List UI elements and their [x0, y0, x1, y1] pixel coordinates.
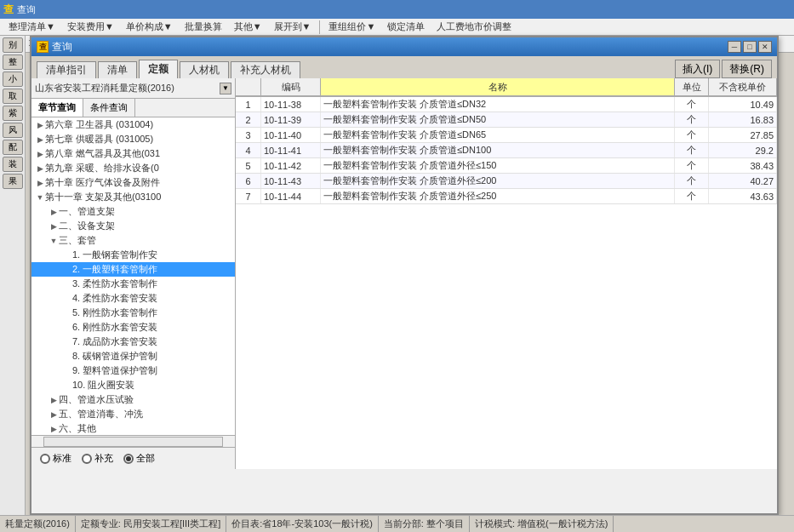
search-tab-chapter[interactable]: 章节查询 — [31, 99, 83, 117]
table-row[interactable]: 5 10-11-42 一般塑料套管制作安装 介质管道外径≤150 个 38.43 — [236, 158, 777, 174]
table-row[interactable]: 2 10-11-39 一般塑料套管制作安装 介质管道≤DN50 个 16.83 — [236, 112, 777, 128]
menu-danjiagoucheng[interactable]: 单价构成▼ — [121, 20, 178, 34]
tree-toggle[interactable] — [62, 337, 72, 347]
tab-qingdan[interactable]: 清单 — [98, 61, 137, 78]
table-row[interactable]: 1 10-11-38 一般塑料套管制作安装 介质管道≤DN32 个 10.49 — [236, 97, 777, 112]
td-code: 10-11-42 — [261, 158, 321, 173]
table-row[interactable]: 6 10-11-43 一般塑料套管制作安装 介质管道外径≤200 个 40.27 — [236, 174, 777, 189]
tree-toggle[interactable]: ▶ — [49, 424, 59, 434]
tree-item[interactable]: 7. 成品防水套管安装 — [31, 335, 235, 349]
tab-buchong-rencaiji[interactable]: 补充人材机 — [231, 61, 300, 78]
tree-item[interactable]: ▶ 第九章 采暖、给排水设备(0 — [31, 161, 235, 175]
tree-item[interactable]: 4. 柔性防水套管安装 — [31, 291, 235, 306]
menu-zhankaodao[interactable]: 展开到▼ — [269, 20, 317, 34]
tree-toggle[interactable]: ▶ — [35, 120, 45, 130]
tree-item[interactable]: 10. 阻火圈安装 — [31, 378, 235, 392]
tree-toggle[interactable]: ▶ — [35, 178, 45, 188]
tree-hscroll[interactable] — [31, 435, 235, 447]
search-tab-condition[interactable]: 条件查询 — [83, 99, 135, 117]
radio-standard[interactable]: 标准 — [40, 452, 71, 465]
tree-item[interactable]: ▶ 第八章 燃气器具及其他(031 — [31, 146, 235, 161]
radio-standard-label: 标准 — [53, 452, 71, 465]
tree-item[interactable]: 6. 刚性防水套管安装 — [31, 320, 235, 335]
tab-qingdanzhinyin[interactable]: 清单指引 — [37, 61, 96, 78]
tree-item-label: 2. 一般塑料套管制作 — [72, 263, 157, 276]
sidebar-label-pei: 配 — [3, 140, 23, 155]
tree-item[interactable]: ▶ 一、管道支架 — [31, 204, 235, 219]
tree-toggle[interactable]: ▶ — [49, 221, 59, 232]
dialog-controls: ─ □ ✕ — [728, 41, 772, 53]
tree-item[interactable]: ▼ 第十一章 支架及其他(03100 — [31, 190, 235, 204]
tab-ding-e[interactable]: 定额 — [139, 60, 178, 78]
dialog-close-button[interactable]: ✕ — [758, 41, 772, 53]
sidebar-label-feng: 风 — [3, 123, 23, 138]
tree-item[interactable]: 8. 碳钢管道保护管制 — [31, 349, 235, 363]
radio-quanbu-circle — [123, 454, 134, 464]
tree-item[interactable]: 1. 一般钢套管制作安 — [31, 248, 235, 262]
td-num: 6 — [236, 174, 261, 188]
tree-toggle[interactable]: ▼ — [35, 192, 45, 203]
tree-toggle[interactable] — [62, 352, 72, 362]
tree-item[interactable]: ▶ 二、设备支架 — [31, 219, 235, 233]
tree-item[interactable]: ▶ 第七章 供暖器具 (031005) — [31, 132, 235, 146]
menu-chongzujia[interactable]: 重组组价▼ — [323, 20, 380, 34]
tree-item-label: 六、其他 — [59, 422, 96, 435]
table-row[interactable]: 4 10-11-41 一般塑料套管制作安装 介质管道≤DN100 个 29.2 — [236, 143, 777, 158]
replace-button[interactable]: 替换(R) — [722, 60, 772, 78]
tree-toggle[interactable]: ▶ — [49, 207, 59, 217]
radio-row: 标准 补充 全部 — [31, 447, 235, 469]
tree-item[interactable]: ▶ 四、管道水压试验 — [31, 392, 235, 407]
tree-toggle[interactable] — [62, 294, 72, 304]
tree-item[interactable]: 9. 塑料管道保护管制 — [31, 363, 235, 378]
selector-dropdown-arrow[interactable]: ▼ — [220, 83, 231, 94]
dialog-minimize-button[interactable]: ─ — [728, 41, 741, 53]
tree-toggle[interactable] — [62, 380, 72, 391]
tree-item[interactable]: ▶ 第六章 卫生器具 (031004) — [31, 117, 235, 132]
menu-qita[interactable]: 其他▼ — [229, 20, 267, 34]
menu-anzhuangfeiyong[interactable]: 安装费用▼ — [62, 20, 119, 34]
menu-pilianghesuan[interactable]: 批量换算 — [180, 20, 227, 34]
radio-buchong[interactable]: 补充 — [82, 452, 113, 465]
table-row[interactable]: 3 10-11-40 一般塑料套管制作安装 介质管道≤DN65 个 27.85 — [236, 128, 777, 143]
tree-item[interactable]: ▶ 五、管道消毒、冲洗 — [31, 407, 235, 421]
hscroll-track[interactable] — [43, 437, 223, 447]
tree-toggle[interactable] — [62, 323, 72, 333]
tree-toggle[interactable] — [62, 366, 72, 376]
td-price: 16.83 — [709, 112, 777, 127]
tree-toggle[interactable]: ▶ — [49, 395, 59, 405]
td-name: 一般塑料套管制作安装 介质管道≤DN65 — [321, 128, 675, 142]
tree-content[interactable]: ▶ 第六章 卫生器具 (031004) ▶ 第七章 供暖器具 (031005) … — [31, 117, 235, 435]
tree-item[interactable]: ▼ 三、套管 — [31, 233, 235, 248]
tree-toggle[interactable]: ▶ — [35, 149, 45, 159]
status-division: 当前分部: 整个项目 — [379, 516, 470, 532]
tree-toggle[interactable] — [62, 308, 72, 318]
tab-rencaiji[interactable]: 人材机 — [180, 61, 229, 78]
tree-item-label: 5. 刚性防水套管制作 — [72, 306, 157, 319]
tree-toggle[interactable]: ▼ — [49, 236, 59, 246]
th-price: 不含税单价 — [709, 78, 777, 95]
status-taxmode: 计税模式: 增值税(一般计税方法) — [470, 516, 614, 532]
menu-suodingqingdan[interactable]: 锁定清单 — [382, 20, 430, 34]
menu-ziliqingdan[interactable]: 整理清单▼ — [3, 20, 60, 34]
tree-toggle[interactable] — [62, 265, 72, 275]
tree-item[interactable]: 3. 柔性防水套管制作 — [31, 277, 235, 291]
tree-selector[interactable]: 山东省安装工程消耗量定额(2016) ▼ — [31, 78, 235, 99]
td-unit: 个 — [675, 174, 709, 188]
tree-item[interactable]: ▶ 六、其他 — [31, 421, 235, 435]
tree-item[interactable]: 2. 一般塑料套管制作 — [31, 262, 235, 277]
radio-quanbu[interactable]: 全部 — [123, 452, 155, 465]
insert-button[interactable]: 插入(I) — [675, 60, 720, 78]
tree-item[interactable]: ▶ 第十章 医疗气体设备及附件 — [31, 175, 235, 190]
tree-toggle[interactable]: ▶ — [35, 163, 45, 174]
menu-gongjifei[interactable]: 人工费地市价调整 — [431, 20, 517, 34]
tree-toggle[interactable]: ▶ — [49, 409, 59, 420]
dialog-maximize-button[interactable]: □ — [743, 41, 757, 53]
tree-toggle[interactable] — [62, 250, 72, 260]
tree-toggle[interactable] — [62, 279, 72, 289]
tree-toggle[interactable]: ▶ — [35, 134, 45, 145]
td-code: 10-11-43 — [261, 174, 321, 188]
table-row[interactable]: 7 10-11-44 一般塑料套管制作安装 介质管道外径≤250 个 43.63 — [236, 189, 777, 204]
td-num: 3 — [236, 128, 261, 142]
tree-item[interactable]: 5. 刚性防水套管制作 — [31, 306, 235, 320]
dialog-title: 查询 — [52, 40, 728, 54]
